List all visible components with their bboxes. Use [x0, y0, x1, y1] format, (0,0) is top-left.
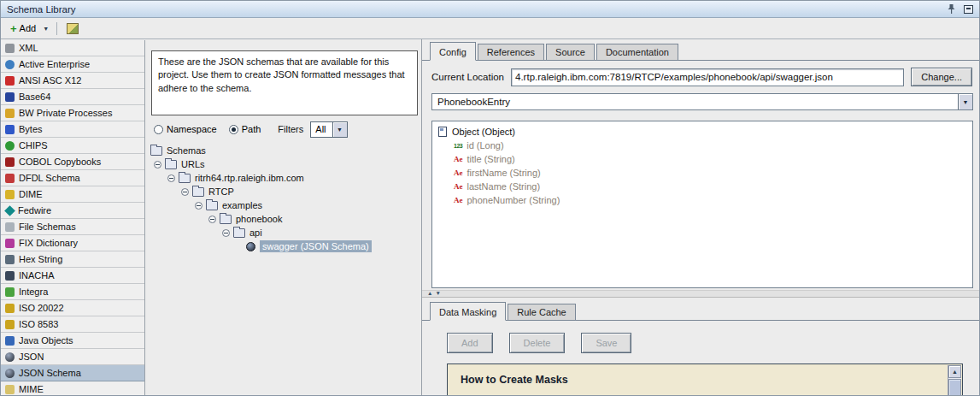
sidebar-item-dime[interactable]: DIME	[1, 186, 144, 203]
sidebar-item-label: Integra	[19, 287, 48, 297]
tree-node-label: Schemas	[167, 145, 206, 156]
sidebar-item-cobol-copybooks[interactable]: COBOL Copybooks	[1, 154, 144, 170]
tab-references[interactable]: References	[478, 44, 544, 60]
chevron-down-icon[interactable]: ▼	[958, 94, 972, 109]
field-node-id[interactable]: 123 id (Long)	[432, 139, 972, 152]
sidebar-item-bw-private-processes[interactable]: BW Private Processes	[1, 105, 144, 121]
sidebar-item-hex-string[interactable]: Hex String	[1, 251, 144, 268]
description-text: These are the JSON schemas that are avai…	[151, 50, 418, 115]
current-location-input[interactable]	[511, 68, 904, 86]
sidebar-item-mime[interactable]: MIME	[1, 381, 144, 395]
sidebar-item-label: ISO 20022	[19, 303, 64, 313]
collapse-toggle-icon[interactable]	[208, 216, 216, 223]
field-node-lastname[interactable]: Ae lastName (String)	[432, 180, 972, 193]
splitter-up-icon[interactable]: ▲	[427, 291, 432, 297]
sidebar-item-fedwire[interactable]: Fedwire	[1, 203, 144, 219]
sidebar-item-fix-dictionary[interactable]: FIX Dictionary	[1, 235, 144, 251]
tree-node-label: ritrh64.rtp.raleigh.ibm.com	[195, 173, 304, 183]
sidebar-item-json[interactable]: JSON	[1, 349, 144, 365]
scroll-up-icon[interactable]: ▲	[948, 365, 961, 378]
help-title: How to Create Masks	[448, 364, 962, 396]
sidebar-item-json-schema[interactable]: JSON Schema	[1, 365, 144, 381]
tab-rule-cache[interactable]: Rule Cache	[508, 304, 575, 320]
field-node-phonenumber[interactable]: Ae phoneNumber (String)	[432, 193, 972, 207]
library-tool-button[interactable]	[62, 21, 83, 36]
sidebar-item-label: XML	[19, 43, 38, 53]
object-root-node[interactable]: Object (Object)	[432, 125, 972, 139]
help-scrollbar[interactable]: ▲	[948, 365, 961, 396]
tab-data-masking[interactable]: Data Masking	[430, 302, 506, 321]
string-field-icon: Ae	[454, 168, 463, 177]
library-icon	[67, 23, 79, 34]
sidebar-item-label: Base64	[19, 92, 50, 102]
sidebar-item-label: BW Private Processes	[19, 108, 112, 118]
float-window-icon[interactable]	[964, 5, 973, 14]
tree-node-examples[interactable]: examples	[145, 198, 421, 212]
tree-node-api[interactable]: api	[145, 226, 421, 239]
collapse-toggle-icon[interactable]	[181, 188, 189, 196]
sidebar-item-iso-20022[interactable]: ISO 20022	[1, 300, 144, 316]
change-button[interactable]: Change...	[911, 68, 972, 86]
tab-source[interactable]: Source	[546, 44, 595, 60]
scrollbar-thumb[interactable]	[948, 379, 961, 396]
path-radio-label: Path	[242, 124, 261, 134]
sidebar-item-chips[interactable]: CHIPS	[1, 138, 144, 154]
splitter-down-icon[interactable]: ▼	[435, 291, 440, 297]
chevron-down-icon[interactable]: ▼	[332, 122, 347, 137]
add-button[interactable]: + Add	[6, 21, 40, 35]
tree-node-rtcp[interactable]: RTCP	[145, 185, 421, 198]
radio-off-icon	[154, 125, 163, 134]
mask-save-button[interactable]: Save	[581, 333, 631, 353]
toolbar-separator	[56, 22, 57, 35]
tree-node-phonebook[interactable]: phonebook	[145, 212, 421, 226]
sidebar-item-label: JSON Schema	[19, 368, 81, 378]
integra-icon	[5, 287, 15, 297]
sidebar-item-label: File Schemas	[19, 222, 76, 232]
field-node-firstname[interactable]: Ae firstName (String)	[432, 166, 972, 180]
sidebar-item-iso-8583[interactable]: ISO 8583	[1, 316, 144, 333]
sidebar-item-active-enterprise[interactable]: Active Enterprise	[1, 56, 144, 73]
sidebar-item-xml[interactable]: XML	[1, 40, 144, 56]
tree-node-host[interactable]: ritrh64.rtp.raleigh.ibm.com	[145, 171, 421, 185]
current-location-row: Current Location Change...	[431, 68, 972, 86]
tab-config[interactable]: Config	[430, 42, 476, 61]
schema-library-window: Schema Library + Add ▼ XML Active Enterp…	[0, 0, 980, 396]
filters-label: Filters	[278, 124, 303, 134]
mask-add-button[interactable]: Add	[447, 333, 493, 353]
filters-select[interactable]: All ▼	[310, 121, 347, 138]
sidebar-item-inacha[interactable]: INACHA	[1, 268, 144, 284]
collapse-toggle-icon[interactable]	[222, 229, 230, 237]
string-field-icon: Ae	[454, 196, 463, 204]
sidebar-item-file-schemas[interactable]: File Schemas	[1, 219, 144, 235]
folder-icon	[179, 174, 191, 183]
tab-documentation[interactable]: Documentation	[596, 44, 678, 60]
masking-buttons: Add Delete Save	[447, 333, 631, 353]
field-node-title[interactable]: Ae title (String)	[432, 152, 972, 166]
collapse-toggle-icon[interactable]	[195, 202, 202, 210]
masking-tabbar: Data Masking Rule Cache	[422, 302, 979, 321]
mask-delete-button[interactable]: Delete	[509, 333, 566, 353]
sidebar-item-integra[interactable]: Integra	[1, 284, 144, 300]
tree-node-schemas[interactable]: Schemas	[145, 144, 421, 157]
splitter[interactable]: ▲ ▼	[422, 290, 979, 298]
bw-private-processes-icon	[5, 109, 15, 118]
sidebar-item-dfdl-schema[interactable]: DFDL Schema	[1, 170, 144, 186]
entry-select[interactable]: PhonebookEntry ▼	[431, 93, 973, 110]
tree-node-swagger[interactable]: swagger (JSON Schema)	[145, 239, 421, 253]
tree-node-urls[interactable]: URLs	[145, 157, 421, 171]
add-dropdown-arrow-icon[interactable]: ▼	[40, 24, 51, 33]
collapse-toggle-icon[interactable]	[167, 174, 175, 182]
collapse-toggle-icon[interactable]	[154, 161, 161, 168]
iso-20022-icon	[5, 304, 15, 313]
sidebar-item-java-objects[interactable]: Java Objects	[1, 333, 144, 349]
folder-icon	[206, 201, 218, 210]
path-radio[interactable]: Path	[229, 124, 261, 134]
sidebar-item-ansi-asc-x12[interactable]: ANSI ASC X12	[1, 73, 144, 89]
file-schemas-icon	[5, 222, 15, 232]
schema-tree: Schemas URLs ritrh64.rtp.raleigh.ibm.com…	[145, 144, 421, 395]
sidebar-item-base64[interactable]: Base64	[1, 89, 144, 105]
namespace-radio[interactable]: Namespace	[154, 124, 217, 134]
titlebar[interactable]: Schema Library	[1, 1, 979, 18]
pin-icon[interactable]	[947, 3, 956, 15]
sidebar-item-bytes[interactable]: Bytes	[1, 121, 144, 138]
